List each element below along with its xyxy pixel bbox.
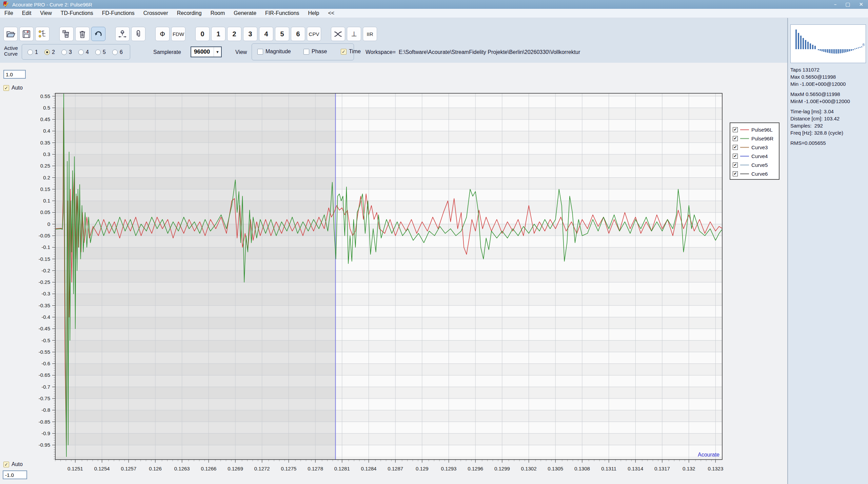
curve-legend: ✔Pulse96L✔Pulse96R✔Curve3✔Curve4✔Curve5✔… [730,122,780,180]
menu-item--[interactable]: << [323,9,339,18]
dropdown-arrow-icon[interactable]: ▼ [214,47,221,57]
samplerate-value: 96000 [191,49,214,55]
radio-icon[interactable] [95,50,101,55]
menu-item-file[interactable]: File [0,9,18,18]
stat-line: MaxM 0.5650@11998 [790,91,867,98]
radio-icon[interactable] [44,50,50,55]
curve-0-button[interactable]: 0 [195,27,210,41]
legend-checkbox[interactable]: ✔ [733,154,738,159]
active-curve-radio-3[interactable]: 3 [61,49,72,55]
active-curve-group: 123456 [22,44,130,60]
stat-line: Distance [cm]: 103.42 [790,115,867,122]
x-tick-label: 0.1269 [228,466,243,471]
radio-icon[interactable] [27,50,33,55]
menu-item-recording[interactable]: Recording [173,9,206,18]
iir-button[interactable]: IIR [363,27,377,41]
legend-line-sample [740,164,749,166]
y-tick-label: -0.75 [39,395,50,401]
legend-checkbox[interactable]: ✔ [733,171,738,176]
active-curve-radio-6[interactable]: 6 [112,49,123,55]
checkbox-icon[interactable] [303,49,309,55]
x-tick-label: 0.1302 [521,466,537,471]
x-tick-label: 0.1311 [601,466,616,471]
y-tick-label: -0.35 [39,303,50,308]
save-icon[interactable] [19,27,34,41]
legend-checkbox[interactable]: ✔ [733,136,738,141]
active-curve-label: Active Curve [4,45,18,57]
cpv-button[interactable]: CPV [307,27,321,41]
maximize-button[interactable]: ▢ [845,1,850,7]
phase-button[interactable]: Φ [155,27,170,41]
menu-item-fir-functions[interactable]: FIR-Functions [261,9,303,18]
menu-item-generate[interactable]: Generate [229,9,261,18]
curve-5-button[interactable]: 5 [275,27,289,41]
stat-line: Max 0.5650@11998 [790,73,867,80]
view-checkbox-time[interactable]: ✓Time [341,49,361,55]
legend-line-sample [740,138,749,139]
title-bar: Acourate PRO - Curve 2: Pulse96R – ▢ ✕ [0,0,868,9]
legend-line-sample [740,156,749,157]
active-curve-radio-5[interactable]: 5 [95,49,106,55]
active-curve-radio-1[interactable]: 1 [27,49,38,55]
x-tick-label: 0.1263 [174,466,190,471]
acourate-watermark: Acourate [698,452,719,458]
auto-checkbox-icon[interactable]: ✓ [3,85,9,91]
perpendicular-button[interactable]: ⊥ [347,27,361,41]
x-tick-label: 0.1272 [254,466,270,471]
checkbox-icon[interactable] [257,49,263,55]
y-tick-label: -0.3 [41,291,50,296]
time-plot[interactable]: 0.12510.12540.12570.1260.12630.12660.126… [33,89,731,480]
radio-icon[interactable] [78,50,84,55]
menu-item-fd-functions[interactable]: FD-Functions [98,9,139,18]
legend-item-curve4: ✔Curve4 [730,152,779,160]
menu-item-crossover[interactable]: Crossover [139,9,173,18]
x-tick-label: 0.132 [683,466,695,471]
active-curve-radio-2[interactable]: 2 [44,49,55,55]
y-tick-label: -0.55 [39,349,50,355]
minimize-button[interactable]: – [834,1,837,7]
legend-checkbox[interactable]: ✔ [733,127,738,132]
y-tick-label: -0.4 [41,314,50,320]
undo-icon[interactable] [91,27,105,41]
legend-item-curve6: ✔Curve6 [730,169,779,178]
y-tick-label: -0.85 [39,419,50,425]
y-tick-label: 0.3 [43,151,50,157]
menu-item-td-functions[interactable]: TD-Functions [56,9,98,18]
mic-position-icon[interactable] [115,27,130,41]
clip-icon[interactable] [131,27,145,41]
y-max-auto[interactable]: ✓ Auto [3,85,23,91]
delete-box-icon[interactable] [59,27,74,41]
radio-icon[interactable] [112,50,118,55]
menu-item-edit[interactable]: Edit [18,9,36,18]
curve-2-button[interactable]: 2 [227,27,241,41]
active-curve-radio-4[interactable]: 4 [78,49,89,55]
samplerate-dropdown[interactable]: 96000 ▼ [191,46,222,57]
fdw-button[interactable]: FDW [171,27,185,41]
curve-3-button[interactable]: 3 [243,27,257,41]
curve-4-button[interactable]: 4 [259,27,273,41]
menu-item-help[interactable]: Help [304,9,324,18]
y-tick-label: 0.5 [43,105,50,111]
open-folder-icon[interactable] [3,27,18,41]
crossover-icon[interactable] [331,27,345,41]
y-max-input[interactable]: 1.0 [3,70,26,79]
y-tick-label: -0.45 [39,326,50,331]
delete-icon[interactable] [75,27,90,41]
x-tick-label: 0.1257 [121,466,136,471]
close-button[interactable]: ✕ [859,1,863,7]
view-checkbox-phase[interactable]: Phase [303,49,327,55]
legend-checkbox[interactable]: ✔ [733,145,738,150]
auto-checkbox-icon[interactable]: ✓ [3,462,9,467]
y-tick-label: 0.25 [40,163,50,169]
view-checkbox-magnitude[interactable]: Magnitude [257,49,291,55]
radio-icon[interactable] [61,50,67,55]
y-min-input[interactable]: -1.0 [3,470,27,479]
menu-item-room[interactable]: Room [206,9,230,18]
curve-6-button[interactable]: 6 [291,27,305,41]
legend-checkbox[interactable]: ✔ [733,162,738,168]
y-min-auto[interactable]: ✓ Auto [3,461,23,467]
curve-1-button[interactable]: 1 [211,27,225,41]
curve-manager-icon[interactable] [35,27,50,41]
menu-item-view[interactable]: View [36,9,56,18]
checkbox-icon[interactable]: ✓ [341,49,347,55]
